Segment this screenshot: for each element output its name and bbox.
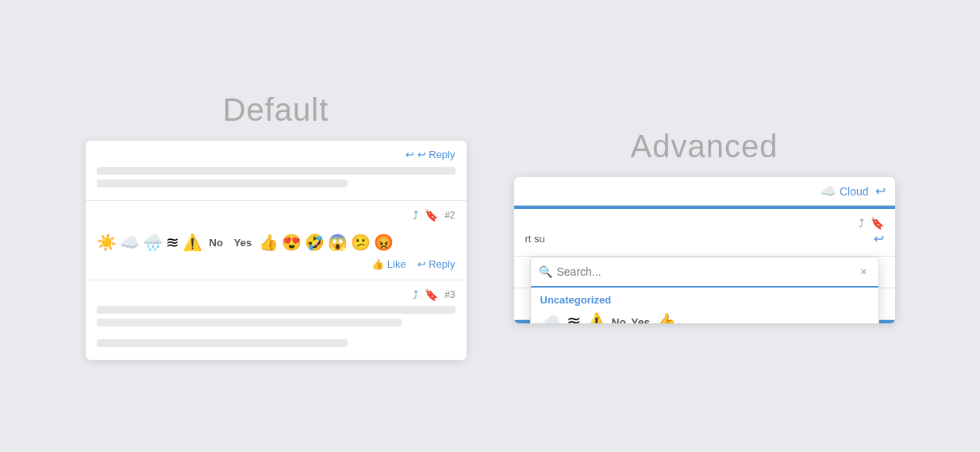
emoji-thumbsup[interactable]: 👍 <box>259 233 279 252</box>
default-title: Default <box>223 92 329 128</box>
uncategorized-items: ☁️ ≋ ⚠️ No Yes 👍 <box>531 309 878 323</box>
post-meta-2: ⤴ 🔖 #2 <box>97 209 455 222</box>
emoji-neutral[interactable]: 😕 <box>351 233 371 252</box>
post-num-2: #2 <box>444 210 455 221</box>
bookmark-icon-3[interactable]: 🔖 <box>425 288 438 301</box>
emoji-rain[interactable]: 🌧️ <box>143 233 163 252</box>
advanced-title: Advanced <box>631 129 778 164</box>
share-icon-3[interactable]: ⤴ <box>413 288 418 301</box>
adv-share-icon[interactable]: ⤴ <box>859 217 864 230</box>
search-input[interactable] <box>552 257 858 286</box>
cloud-label: Cloud <box>840 185 869 198</box>
emoji-dropdown: 🔍 × Uncategorized ☁️ ≋ ⚠️ No Yes 👍 Weath… <box>530 257 879 323</box>
cat-yes[interactable]: Yes <box>631 316 650 323</box>
reply-icon-1: ↩ <box>405 149 414 160</box>
post-num-3: #3 <box>444 289 455 300</box>
post-row-1: ↩ ↩ Reply <box>86 141 467 201</box>
share-icon-2[interactable]: ⤴ <box>413 209 418 222</box>
adv-bookmark-icon[interactable]: 🔖 <box>870 217 884 230</box>
post-row-2: ⤴ 🔖 #2 ☀️ ☁️ 🌧️ ≋ ⚠️ No Yes 👍 😍 🤣 😱 😕 😡 <box>86 201 467 280</box>
emoji-scream[interactable]: 😱 <box>328 233 348 252</box>
reply-button-2[interactable]: ↩ Reply <box>417 258 455 270</box>
like-button-2[interactable]: 👍 Like <box>371 258 405 270</box>
default-panel: ↩ ↩ Reply ⤴ 🔖 #2 ☀️ ☁️ 🌧️ ≋ ⚠️ No Yes <box>86 141 467 360</box>
text-line-3a <box>97 306 455 314</box>
advanced-section: Advanced ☁️ Cloud ↩ ⤴ 🔖 rt su ↩ <box>514 129 895 323</box>
bookmark-icon-2[interactable]: 🔖 <box>425 209 438 222</box>
reaction-no[interactable]: No <box>206 235 227 250</box>
advanced-panel: ☁️ Cloud ↩ ⤴ 🔖 rt su ↩ <box>514 177 895 323</box>
text-line-3b <box>97 319 402 326</box>
reply-button-1[interactable]: ↩ ↩ Reply <box>405 149 455 160</box>
adv-post-meta-1: ⤴ 🔖 <box>525 217 884 230</box>
partial-text: rt su <box>525 230 545 248</box>
text-line-1a <box>97 167 455 175</box>
post-meta-3: ⤴ 🔖 #3 <box>97 288 455 301</box>
cat-thumbsup[interactable]: 👍 <box>655 312 676 323</box>
undo-icon[interactable]: ↩ <box>875 184 886 199</box>
emoji-angry[interactable]: 😡 <box>374 233 394 252</box>
text-line-3c <box>97 339 348 347</box>
category-uncategorized: Uncategorized <box>531 288 878 309</box>
emoji-rofl[interactable]: 🤣 <box>305 233 325 252</box>
post-row-3: ⤴ 🔖 #3 <box>86 280 467 360</box>
emoji-warn[interactable]: ⚠️ <box>183 233 202 252</box>
cloud-icon: ☁️ <box>821 184 836 199</box>
cat-warn[interactable]: ⚠️ <box>586 312 607 323</box>
emoji-layers[interactable]: ≋ <box>166 233 179 252</box>
emoji-sun[interactable]: ☀️ <box>97 233 117 252</box>
default-section: Default ↩ ↩ Reply ⤴ 🔖 #2 ☀️ ☁️ 🌧 <box>86 92 467 360</box>
search-bar: 🔍 × <box>531 257 878 288</box>
reaction-bar-2: ☀️ ☁️ 🌧️ ≋ ⚠️ No Yes 👍 😍 🤣 😱 😕 😡 <box>97 226 455 255</box>
search-icon: 🔍 <box>539 265 552 278</box>
adv-post-bg-1: ⤴ 🔖 rt su ↩ <box>514 209 895 257</box>
adv-header: ☁️ Cloud ↩ <box>514 177 895 206</box>
reaction-yes[interactable]: Yes <box>230 235 256 250</box>
post-bottom-actions-2: 👍 Like ↩ Reply <box>97 255 455 272</box>
cat-cloud[interactable]: ☁️ <box>540 312 562 323</box>
cat-no[interactable]: No <box>612 316 627 323</box>
cat-layers[interactable]: ≋ <box>567 312 581 323</box>
cloud-button[interactable]: ☁️ Cloud <box>821 184 869 199</box>
clear-button[interactable]: × <box>857 262 870 281</box>
text-line-1b <box>97 180 348 187</box>
adv-reply-icon[interactable]: ↩ <box>874 231 884 246</box>
adv-body: ⤴ 🔖 rt su ↩ 🔍 × Uncat <box>514 209 895 320</box>
emoji-heart-eyes[interactable]: 😍 <box>282 233 302 252</box>
emoji-cloud[interactable]: ☁️ <box>120 233 140 252</box>
post-top-actions-1: ↩ ↩ Reply <box>97 149 455 160</box>
